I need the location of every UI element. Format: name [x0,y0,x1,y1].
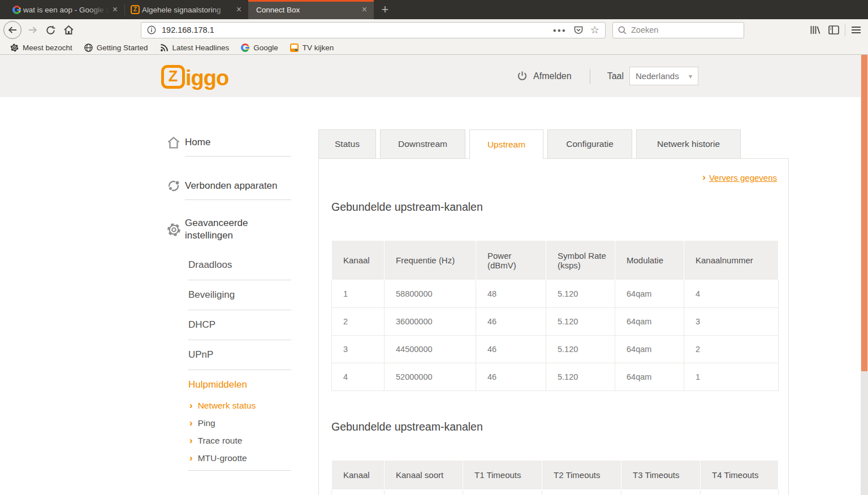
column-header: T2 Timeouts [542,461,621,490]
chevron-right-icon: › [189,400,193,411]
sidebar-item-home[interactable]: Home [161,133,293,151]
reload-button[interactable] [46,25,55,35]
forward-button[interactable] [28,25,38,35]
bookmark-latest-headlines[interactable]: Latest Headlines [160,44,230,52]
sidebar-item-trace-route[interactable]: › Trace route [189,432,293,449]
browser-tab-connect-box[interactable]: Connect Box × [248,0,374,19]
bookmark-star-icon[interactable]: ☆ [590,25,599,35]
search-input[interactable] [631,25,727,34]
language-value: Nederlands [636,71,679,81]
table-cell: 2 [684,336,779,363]
language-select[interactable]: Nederlands ▾ [629,67,698,85]
scrollbar-track[interactable] [861,55,868,495]
refresh-data-link[interactable]: › Ververs gegevens [702,172,777,183]
back-arrow-icon [7,25,18,35]
globe-icon [84,44,93,52]
upstream-channels-table: Kanaal Frequentie (Hz) Power (dBmV) Symb… [331,240,779,391]
sidebar-item-upnp[interactable]: UPnP [188,348,293,362]
library-button[interactable] [809,25,821,35]
table-row [332,490,779,495]
bookmarks-bar: Meest bezocht Getting Started Latest Hea… [0,41,868,55]
column-header: Symbol Rate (ksps) [546,241,615,280]
bookmark-google[interactable]: Google [241,44,278,52]
sidebar-item-label: MTU-grootte [198,453,247,463]
library-icon [809,25,821,35]
table-cell: 64qam [615,308,684,336]
rss-icon [160,44,169,52]
bookmark-label: TV kijken [303,44,334,52]
scrollbar-thumb[interactable] [861,55,867,371]
google-icon [241,44,249,52]
tab-netwerk-historie[interactable]: Netwerk historie [636,129,741,159]
chevron-right-icon: › [189,435,193,446]
table-cell [542,490,621,495]
column-header: Power (dBmV) [476,241,546,280]
tab-upstream[interactable]: Upstream [469,129,543,159]
column-header: Kanaal [332,241,385,280]
back-button[interactable] [3,21,21,39]
ziggo-logo[interactable]: Z iggo [161,63,228,90]
home-icon [166,136,181,149]
browser-tab-title: Algehele signaalstoring [142,6,233,14]
forward-arrow-icon [28,25,38,35]
close-tab-icon[interactable]: × [361,5,368,14]
column-header: T1 Timeouts [463,461,542,490]
sidebar-item-mtu-grootte[interactable]: › MTU-grootte [189,449,293,467]
sidebar: Home Verbonden apparaten Geavanceerde in… [161,133,293,471]
logout-button[interactable]: Afmelden [517,71,572,81]
bookmark-getting-started[interactable]: Getting Started [84,44,148,52]
sidebar-item-beveiliging[interactable]: Beveiliging [188,288,293,302]
sidebar-item-geavanceerde-instellingen[interactable]: Geavanceerde instellingen [161,214,293,245]
column-header: Modulatie [615,241,684,280]
browser-tab-ziggo[interactable]: Z Algehele signaalstoring × [125,0,248,19]
table-cell: 46 [476,308,546,336]
bookmark-label: Google [253,44,278,52]
chevron-right-icon: › [189,418,193,429]
close-tab-icon[interactable]: × [111,5,119,14]
sidebar-item-ping[interactable]: › Ping [189,414,293,432]
pocket-icon[interactable] [573,25,584,35]
page-actions-icon[interactable]: ●●● [553,27,567,33]
tab-configuratie[interactable]: Configuratie [547,129,632,159]
table-cell: 2 [332,308,385,336]
table-header-row: Kanaal Kanaal soort T1 Timeouts T2 Timeo… [332,461,779,490]
site-header: Z iggo Afmelden Taal Nederlands ▾ [0,55,868,97]
tab-status[interactable]: Status [318,129,376,159]
section-title: Gebundelde upstream-kanalen [331,420,777,433]
table-cell: 5.120 [546,280,615,308]
new-tab-button[interactable]: + [374,0,396,19]
url-text[interactable]: 192.168.178.1 [162,25,553,34]
home-button[interactable] [63,25,74,35]
table-cell: 1 [684,363,779,391]
table-cell: 5.120 [546,336,615,363]
site-info-icon[interactable] [147,25,156,34]
tab-downstream[interactable]: Downstream [380,129,465,159]
sidebar-item-label: Verbonden apparaten [185,180,278,192]
search-bar[interactable] [612,22,744,38]
browser-tab-google[interactable]: wat is een aop - Google z × [7,0,124,19]
table-cell: 46 [476,363,546,391]
close-tab-icon[interactable]: × [235,5,243,14]
sidebar-item-netwerk-status[interactable]: › Netwerk status [189,397,293,414]
column-header: Kanaalnummer [684,241,779,280]
bookmark-tv-kijken[interactable]: TV kijken [290,44,334,52]
browser-tab-title: wat is een aop - Google z [23,6,109,14]
menu-button[interactable] [851,26,861,34]
table-cell [621,490,701,495]
section-title: Gebundelde upstream-kanalen [331,201,777,214]
sidebar-item-hulpmiddelen[interactable]: Hulpmiddelen [188,377,293,392]
table-row: 4 52000000 46 5.120 64qam 1 [332,363,779,391]
bookmark-meest-bezocht[interactable]: Meest bezocht [10,44,72,52]
url-bar[interactable]: 192.168.178.1 ●●● ☆ [141,22,606,38]
main-content: Status Downstream Upstream Configuratie … [318,129,789,495]
sidebar-item-label: Ping [198,418,215,428]
sidebar-item-verbonden-apparaten[interactable]: Verbonden apparaten [161,177,293,195]
chevron-right-icon: › [702,172,706,183]
sidebar-item-dhcp[interactable]: DHCP [188,318,293,332]
sidebar-item-label: Home [185,137,210,148]
reload-icon [46,25,55,35]
search-icon [618,26,627,34]
sidebar-toggle-button[interactable] [828,25,839,34]
bookmark-label: Latest Headlines [172,44,230,52]
sidebar-item-draadloos[interactable]: Draadloos [188,258,293,272]
